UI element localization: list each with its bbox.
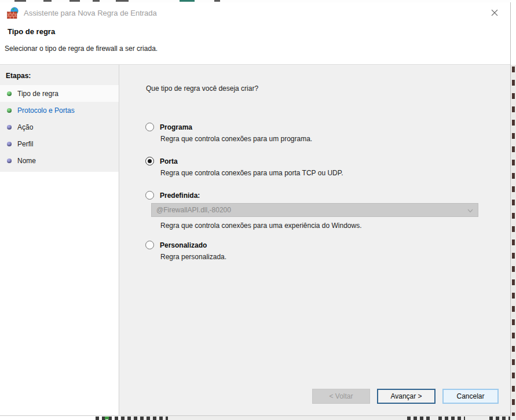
radio-personalizado[interactable]	[145, 241, 154, 249]
page-subtitle: Selecionar o tipo de regra de firewall a…	[5, 45, 158, 53]
sidebar-item-nome[interactable]: Nome	[0, 152, 119, 169]
chevron-down-icon	[467, 205, 473, 215]
cancel-button[interactable]: Cancelar	[442, 389, 499, 404]
step-label: Protocolo e Portas	[17, 106, 75, 115]
wizard-content: Que tipo de regra você deseja criar? Pro…	[119, 65, 510, 415]
steps-sidebar: Etapas: Tipo de regra Protocolo e Portas…	[0, 65, 119, 415]
next-button[interactable]: Avançar >	[377, 389, 436, 404]
sidebar-item-protocolo-e-portas[interactable]: Protocolo e Portas	[0, 102, 119, 119]
radio-predefinida[interactable]	[145, 191, 154, 200]
option-personalizado: Personalizado Regra personalizada.	[145, 240, 487, 261]
step-label: Perfil	[17, 140, 33, 148]
background-window-right-edge	[511, 0, 516, 420]
step-bullet-icon	[7, 125, 12, 130]
step-bullet-icon	[7, 108, 12, 113]
option-description: Regra que controla conexões para uma por…	[160, 169, 487, 177]
back-button: < Voltar	[312, 389, 370, 404]
window-title: Assistente para Nova Regra de Entrada	[24, 9, 157, 17]
option-predefinida: Predefinida: @FirewallAPI.dll,-80200 Reg…	[145, 190, 487, 230]
option-label[interactable]: Predefinida:	[160, 191, 200, 200]
sidebar-item-perfil[interactable]: Perfil	[0, 135, 119, 152]
option-porta: Porta Regra que controla conexões para u…	[145, 156, 487, 177]
option-description: Regra que controla conexões para uma exp…	[160, 222, 487, 230]
step-label: Nome	[17, 157, 36, 165]
step-bullet-icon	[7, 159, 12, 163]
option-description: Regra que controla conexões para um prog…	[160, 135, 487, 143]
step-bullet-icon	[7, 142, 12, 146]
predefined-rule-select: @FirewallAPI.dll,-80200	[151, 203, 478, 217]
sidebar-item-acao[interactable]: Ação	[0, 119, 119, 135]
radio-programa[interactable]	[145, 123, 154, 131]
steps-block: Etapas: Tipo de regra Protocolo e Portas…	[0, 65, 119, 172]
radio-porta[interactable]	[145, 157, 154, 165]
steps-heading: Etapas:	[6, 72, 31, 80]
option-programa: Programa Regra que controla conexões par…	[145, 122, 487, 143]
option-label[interactable]: Porta	[160, 157, 178, 165]
firewall-icon	[7, 7, 19, 19]
step-label: Ação	[17, 123, 33, 131]
sidebar-item-tipo-de-regra[interactable]: Tipo de regra	[0, 85, 119, 102]
option-description: Regra personalizada.	[160, 253, 487, 261]
step-bullet-icon	[7, 91, 12, 96]
close-icon[interactable]	[485, 2, 504, 23]
titlebar: Assistente para Nova Regra de Entrada	[0, 2, 510, 23]
predefined-rule-value: @FirewallAPI.dll,-80200	[156, 206, 467, 214]
question-text: Que tipo de regra você deseja criar?	[146, 84, 258, 93]
option-label[interactable]: Programa	[160, 123, 192, 131]
step-label: Tipo de regra	[17, 90, 58, 98]
option-label[interactable]: Personalizado	[160, 241, 207, 249]
page-title: Tipo de regra	[8, 27, 55, 36]
background-green-dot	[105, 417, 109, 419]
wizard-body: Etapas: Tipo de regra Protocolo e Portas…	[0, 65, 510, 415]
wizard-dialog: Assistente para Nova Regra de Entrada Ti…	[0, 2, 511, 416]
background-window-bottom-edge	[0, 416, 516, 420]
page-header: Tipo de regra Selecionar o tipo de regra…	[0, 23, 510, 65]
